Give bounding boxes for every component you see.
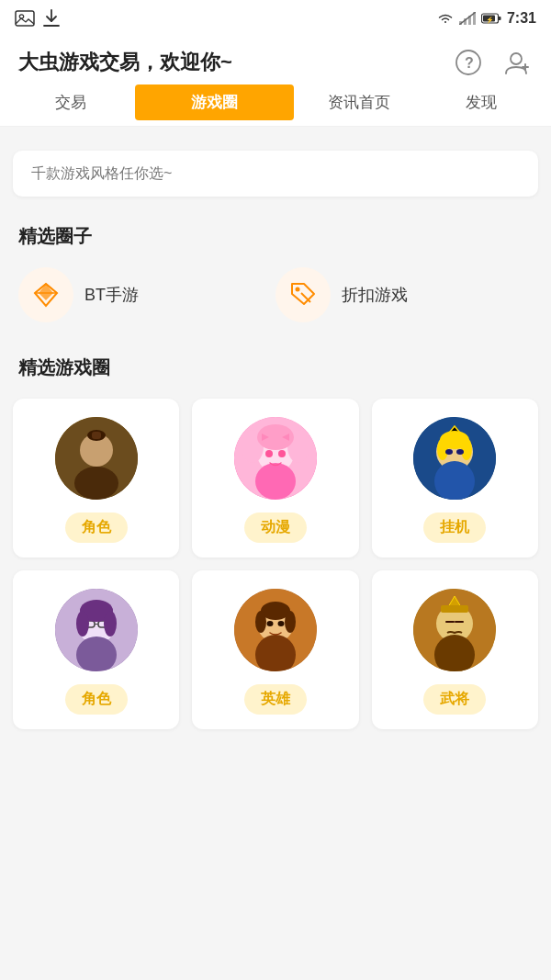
game-tag-role2: 角色 [65, 684, 128, 715]
search-input[interactable] [31, 165, 520, 182]
avatar-role [55, 417, 138, 500]
discount-label: 折扣游戏 [342, 284, 408, 306]
photo-icon [15, 8, 35, 28]
svg-point-44 [437, 438, 448, 460]
nav-tabs: 交易 游戏圈 资讯首页 发现 [0, 79, 551, 127]
bt-icon-wrap [18, 267, 73, 322]
svg-point-1 [19, 15, 23, 18]
avatar-anime [234, 417, 317, 500]
circles-row: BT手游 折扣游戏 [0, 258, 551, 341]
diamond-icon [31, 280, 61, 310]
svg-point-46 [445, 449, 453, 455]
svg-line-23 [301, 293, 310, 302]
download-icon [42, 8, 61, 28]
avatar-hero [234, 589, 317, 671]
featured-circles-title: 精选圈子 [0, 209, 551, 258]
header-title: 大虫游戏交易，欢迎你~ [18, 49, 232, 76]
avatar-role2 [55, 589, 138, 671]
circle-discount[interactable]: 折扣游戏 [276, 267, 533, 322]
featured-game-circle-title: 精选游戏圈 [0, 341, 551, 389]
svg-point-63 [266, 621, 273, 626]
game-tag-hero: 英雄 [244, 684, 307, 715]
wifi-icon [437, 12, 454, 25]
svg-point-47 [456, 449, 464, 455]
svg-point-45 [461, 438, 472, 460]
svg-point-26 [74, 467, 118, 500]
svg-point-61 [255, 611, 266, 633]
tab-news[interactable]: 资讯首页 [298, 79, 420, 126]
svg-rect-28 [92, 432, 101, 439]
svg-point-31 [255, 463, 296, 500]
svg-rect-9 [498, 17, 500, 20]
header-icon-group: ? [452, 46, 533, 79]
game-card-anime[interactable]: 动漫 [192, 399, 358, 558]
svg-point-36 [278, 450, 286, 457]
status-time: 7:31 [507, 10, 536, 27]
game-card-role2[interactable]: 角色 [13, 570, 179, 729]
avatar-hang [413, 417, 496, 500]
game-card-warrior[interactable]: 武将 [372, 570, 538, 729]
circle-bt[interactable]: BT手游 [18, 267, 276, 322]
svg-point-35 [265, 450, 273, 457]
user-icon [502, 49, 530, 76]
game-tag-role: 角色 [65, 513, 128, 543]
tab-discover[interactable]: 发现 [420, 79, 542, 126]
game-tag-anime: 动漫 [244, 513, 307, 543]
status-left-icons [15, 8, 61, 28]
svg-point-64 [277, 621, 284, 626]
status-bar: ⚡ 7:31 [0, 0, 551, 37]
help-circle-icon: ? [455, 49, 482, 76]
status-right-icons: ⚡ 7:31 [437, 10, 536, 27]
svg-point-22 [296, 287, 300, 292]
svg-marker-18 [39, 284, 53, 300]
header: 大虫游戏交易，欢迎你~ ? [0, 37, 551, 79]
svg-point-14 [511, 53, 522, 64]
tag-icon [288, 280, 318, 310]
help-button[interactable]: ? [452, 46, 485, 79]
battery-icon: ⚡ [481, 12, 501, 25]
game-card-hang[interactable]: 挂机 [372, 399, 538, 558]
svg-text:?: ? [465, 55, 474, 71]
svg-point-62 [285, 611, 296, 633]
svg-point-41 [434, 461, 475, 500]
svg-text:⚡: ⚡ [486, 16, 494, 24]
user-button[interactable] [500, 46, 533, 79]
search-container [13, 151, 538, 197]
game-grid: 角色 [0, 389, 551, 742]
game-card-hero[interactable]: 英雄 [192, 570, 358, 729]
svg-rect-0 [16, 11, 34, 26]
svg-point-56 [104, 611, 117, 636]
svg-point-55 [76, 611, 89, 636]
bt-label: BT手游 [84, 284, 139, 306]
signal-icon [459, 12, 476, 25]
svg-rect-69 [441, 605, 468, 613]
avatar-warrior [413, 589, 496, 671]
tab-trade[interactable]: 交易 [9, 79, 131, 126]
tab-game-circle[interactable]: 游戏圈 [135, 84, 294, 120]
game-card-role[interactable]: 角色 [13, 399, 179, 558]
discount-icon-wrap [276, 267, 331, 322]
game-tag-warrior: 武将 [423, 684, 486, 715]
game-tag-hang: 挂机 [423, 513, 486, 543]
